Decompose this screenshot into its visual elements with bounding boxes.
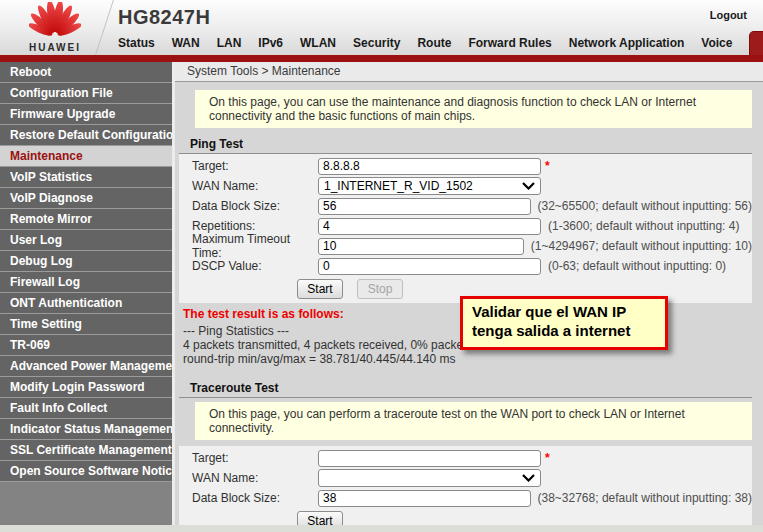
field-label: WAN Name: xyxy=(192,179,318,193)
traceroute-buttons: Start xyxy=(179,511,752,525)
chevron-down-icon xyxy=(522,179,535,193)
form-row: Data Block Size:(38~32768; default witho… xyxy=(179,488,752,508)
chevron-down-icon xyxy=(522,471,535,485)
sidebar-item-maintenance[interactable]: Maintenance xyxy=(0,146,172,167)
bottom-strip xyxy=(0,525,763,532)
sidebar-item-time-setting[interactable]: Time Setting xyxy=(0,314,172,335)
sidebar-item-ont-authentication[interactable]: ONT Authentication xyxy=(0,293,172,314)
tab-system-tools[interactable]: System Tools xyxy=(749,31,763,55)
field-label: Maximum Timeout Time: xyxy=(192,232,318,260)
form-row: Maximum Timeout Time:(1~4294967; default… xyxy=(179,236,752,256)
field-hint: (0-63; default without inputting: 0) xyxy=(548,259,726,273)
traceroute-test-title: Traceroute Test xyxy=(179,380,752,398)
select-value: 1_INTERNET_R_VID_1502 xyxy=(324,179,473,193)
tab-status[interactable]: Status xyxy=(118,36,155,55)
tab-voice[interactable]: Voice xyxy=(701,36,732,55)
header: HUAWEI HG8247H Logout StatusWANLANIPv6WL… xyxy=(0,0,763,55)
required-asterisk: * xyxy=(545,451,550,465)
header-divider xyxy=(95,0,114,55)
header-accent-bar xyxy=(0,55,763,62)
tab-wan[interactable]: WAN xyxy=(172,36,200,55)
router-admin-page: HUAWEI HG8247H Logout StatusWANLANIPv6WL… xyxy=(0,0,763,532)
field-label: Repetitions: xyxy=(192,219,318,233)
huawei-logo: HUAWEI xyxy=(20,2,90,53)
breadcrumb: System Tools > Maintenance xyxy=(175,62,763,82)
ping-test-panel: Target:*WAN Name:1_INTERNET_R_VID_1502Da… xyxy=(179,154,752,303)
sidebar-item-firmware-upgrade[interactable]: Firmware Upgrade xyxy=(0,104,172,125)
sidebar-item-debug-log[interactable]: Debug Log xyxy=(0,251,172,272)
sidebar-item-advanced-power-management[interactable]: Advanced Power Management xyxy=(0,356,172,377)
form-row: DSCP Value:(0-63; default without inputt… xyxy=(179,256,752,276)
sidebar-item-modify-login-password[interactable]: Modify Login Password xyxy=(0,377,172,398)
field-hint: (1-3600; default without inputting: 4) xyxy=(548,219,739,233)
brand-text: HUAWEI xyxy=(20,42,90,53)
sidebar-item-remote-mirror[interactable]: Remote Mirror xyxy=(0,209,172,230)
tab-route[interactable]: Route xyxy=(417,36,451,55)
form-row: WAN Name: xyxy=(179,468,752,488)
ping-test-title: Ping Test xyxy=(179,136,752,154)
sidebar-item-indicator-status-management[interactable]: Indicator Status Management xyxy=(0,419,172,440)
target-input[interactable] xyxy=(318,158,541,175)
field-label: Target: xyxy=(192,159,318,173)
traceroute-test-panel: Target:*WAN Name:Data Block Size:(38~327… xyxy=(179,446,752,525)
ping-stop-button[interactable]: Stop xyxy=(357,279,403,299)
tab-wlan[interactable]: WLAN xyxy=(300,36,336,55)
data-block-size-input[interactable] xyxy=(318,490,531,507)
tab-network-application[interactable]: Network Application xyxy=(569,36,685,55)
device-model-title: HG8247H xyxy=(118,6,210,29)
sidebar-item-firewall-log[interactable]: Firewall Log xyxy=(0,272,172,293)
tab-security[interactable]: Security xyxy=(353,36,400,55)
form-row: WAN Name:1_INTERNET_R_VID_1502 xyxy=(179,176,752,196)
form-row: Data Block Size:(32~65500; default witho… xyxy=(179,196,752,216)
data-block-size-input[interactable] xyxy=(318,198,531,215)
field-hint: (1~4294967; default without inputting: 1… xyxy=(531,239,752,253)
wan-name-select[interactable]: 1_INTERNET_R_VID_1502 xyxy=(318,177,541,195)
result-line: round-trip min/avg/max = 38.781/40.445/4… xyxy=(183,352,752,366)
sidebar-menu: RebootConfiguration FileFirmware Upgrade… xyxy=(0,62,175,525)
field-hint: (38~32768; default without inputting: 38… xyxy=(538,491,753,505)
sidebar-item-ssl-certificate-management[interactable]: SSL Certificate Management xyxy=(0,440,172,461)
field-label: DSCP Value: xyxy=(192,259,318,273)
traceroute-notice: On this page, you can perform a tracerou… xyxy=(195,402,752,440)
field-label: Data Block Size: xyxy=(192,491,318,505)
form-row: Target:* xyxy=(179,448,752,468)
form-row: Target:* xyxy=(179,156,752,176)
huawei-logo-icon xyxy=(29,26,81,43)
sidebar-item-voip-statistics[interactable]: VoIP Statistics xyxy=(0,167,172,188)
content-area: System Tools > Maintenance On this page,… xyxy=(175,62,763,525)
sidebar-item-reboot[interactable]: Reboot xyxy=(0,62,172,83)
repetitions-input[interactable] xyxy=(318,218,541,235)
logout-link[interactable]: Logout xyxy=(710,9,747,21)
target-input[interactable] xyxy=(318,450,541,467)
sidebar-item-restore-default-configuration[interactable]: Restore Default Configuration xyxy=(0,125,172,146)
sidebar-item-configuration-file[interactable]: Configuration File xyxy=(0,83,172,104)
sidebar-item-fault-info-collect[interactable]: Fault Info Collect xyxy=(0,398,172,419)
traceroute-start-button[interactable]: Start xyxy=(297,511,343,525)
sidebar-item-open-source-software-notice[interactable]: Open Source Software Notice xyxy=(0,461,172,482)
field-label: Target: xyxy=(192,451,318,465)
sidebar-item-user-log[interactable]: User Log xyxy=(0,230,172,251)
main-nav: StatusWANLANIPv6WLANSecurityRouteForward… xyxy=(118,31,763,55)
maximum-timeout-time-input[interactable] xyxy=(318,238,524,255)
ping-start-button[interactable]: Start xyxy=(297,279,343,299)
dscp-value-input[interactable] xyxy=(318,258,541,275)
field-label: WAN Name: xyxy=(192,471,318,485)
annotation-note: Validar que el WAN IP tenga salida a int… xyxy=(460,296,668,350)
sidebar-item-voip-diagnose[interactable]: VoIP Diagnose xyxy=(0,188,172,209)
tab-ipv6[interactable]: IPv6 xyxy=(258,36,283,55)
tab-lan[interactable]: LAN xyxy=(217,36,242,55)
field-label: Data Block Size: xyxy=(192,199,318,213)
field-hint: (32~65500; default without inputting: 56… xyxy=(538,199,753,213)
required-asterisk: * xyxy=(545,159,550,173)
wan-name-select[interactable] xyxy=(318,469,541,487)
tab-forward-rules[interactable]: Forward Rules xyxy=(468,36,551,55)
sidebar-item-tr-069[interactable]: TR-069 xyxy=(0,335,172,356)
ping-page-notice: On this page, you can use the maintenanc… xyxy=(195,90,752,128)
